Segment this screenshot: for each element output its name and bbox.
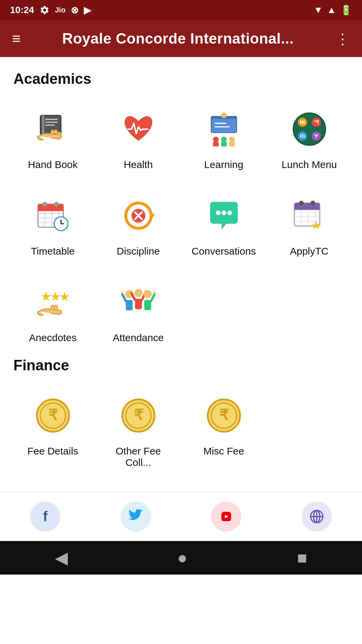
finance-grid: ₹ Fee Details ₹ Other Fee Coll... ₹	[13, 384, 349, 475]
app-bar: ≡ Royale Concorde International... ⋮	[0, 20, 362, 57]
timetable-icon	[31, 194, 75, 237]
twitter-button[interactable]	[121, 501, 151, 532]
svg-text:₹: ₹	[133, 407, 143, 423]
svg-point-39	[216, 211, 220, 215]
svg-point-64	[143, 290, 152, 298]
status-bar: 10:24 Jio ⊗ ▶ ▼ ▲ 🔋	[0, 0, 362, 20]
svg-line-59	[122, 294, 125, 301]
miscfee-item[interactable]: ₹ Misc Fee	[184, 384, 263, 475]
feedetails-item[interactable]: ₹ Fee Details	[13, 384, 92, 475]
timetable-label: Timetable	[31, 246, 75, 257]
twitter-icon	[128, 509, 143, 524]
svg-point-14	[229, 137, 235, 142]
svg-point-10	[213, 137, 219, 142]
battery-icon: 🔋	[340, 5, 352, 16]
anecdotes-item[interactable]: Anecdotes	[13, 270, 92, 350]
svg-marker-55	[51, 292, 60, 301]
learning-icon	[202, 107, 246, 151]
svg-line-66	[151, 294, 154, 301]
svg-marker-54	[41, 292, 51, 301]
svg-rect-15	[229, 142, 235, 147]
play-icon: ▶	[84, 5, 91, 16]
svg-marker-56	[60, 292, 69, 301]
learning-item[interactable]: Learning	[184, 97, 263, 177]
attendance-label: Attendance	[113, 332, 164, 343]
youtube-icon	[219, 509, 234, 524]
lunchmenu-label: Lunch Menu	[282, 159, 337, 170]
applytc-icon	[288, 194, 331, 237]
academics-section-title: Academics	[13, 70, 349, 87]
svg-point-41	[227, 211, 232, 215]
svg-rect-5	[211, 116, 237, 132]
handbook-item[interactable]: Hand Book	[13, 97, 92, 177]
svg-point-40	[222, 211, 226, 215]
svg-point-18	[311, 118, 321, 127]
svg-line-62	[131, 293, 135, 300]
lunchmenu-item[interactable]: Lunch Menu	[270, 97, 349, 177]
time-display: 10:24	[10, 5, 34, 15]
academics-grid-row1: Hand Book Health	[13, 97, 349, 177]
facebook-icon: f	[43, 508, 48, 525]
svg-point-25	[54, 202, 59, 207]
svg-rect-23	[38, 209, 63, 211]
learning-label: Learning	[204, 159, 243, 170]
wifi-icon: ▼	[314, 5, 323, 15]
feedetails-icon: ₹	[31, 394, 75, 437]
facebook-button[interactable]: f	[30, 501, 60, 532]
academics-grid-row3: Anecdotes	[13, 270, 349, 350]
svg-text:₹: ₹	[219, 407, 229, 423]
svg-point-12	[221, 137, 227, 142]
health-item[interactable]: Health	[99, 97, 178, 177]
back-button[interactable]: ◀	[55, 548, 68, 568]
handbook-label: Hand Book	[28, 159, 77, 170]
svg-point-9	[221, 112, 227, 118]
empty-slot-2	[270, 270, 349, 350]
feedetails-label: Fee Details	[27, 445, 78, 457]
miscfee-label: Misc Fee	[203, 445, 244, 457]
svg-point-45	[299, 201, 304, 205]
applytc-item[interactable]: ApplyTC	[270, 184, 349, 264]
lunchmenu-icon	[288, 107, 331, 151]
empty-finance-slot	[270, 384, 349, 475]
website-button[interactable]	[302, 501, 332, 532]
miscfee-icon: ₹	[202, 394, 246, 437]
svg-rect-1	[42, 115, 44, 135]
health-label: Health	[124, 159, 153, 170]
svg-point-24	[43, 202, 47, 207]
social-bar: f	[0, 492, 362, 541]
jm-icon: Jio	[55, 6, 66, 14]
svg-rect-11	[213, 142, 219, 147]
blocked-icon: ⊗	[71, 5, 78, 16]
svg-point-46	[310, 201, 315, 205]
academics-grid-row2: Timetable Discipline	[13, 184, 349, 264]
conversations-label: Conversations	[192, 246, 256, 257]
finance-section-title: Finance	[13, 357, 349, 374]
anecdotes-icon	[31, 280, 75, 324]
svg-text:₹: ₹	[48, 407, 58, 423]
otherfeecoll-label: Other Fee Coll...	[102, 445, 174, 468]
attendance-icon	[117, 280, 160, 324]
applytc-label: ApplyTC	[290, 246, 328, 257]
app-title: Royale Concorde International...	[62, 30, 294, 47]
menu-icon[interactable]: ≡	[12, 30, 21, 47]
svg-rect-44	[294, 208, 320, 210]
home-button[interactable]: ●	[177, 548, 187, 568]
website-icon	[309, 509, 324, 524]
svg-point-16	[293, 113, 325, 145]
recent-button[interactable]: ■	[297, 548, 307, 568]
timetable-item[interactable]: Timetable	[13, 184, 92, 264]
discipline-label: Discipline	[117, 246, 160, 257]
youtube-button[interactable]	[211, 501, 241, 532]
svg-rect-13	[221, 142, 227, 147]
empty-slot-1	[184, 270, 263, 350]
nav-bar: ◀ ● ■	[0, 541, 362, 575]
main-content: Academics	[0, 57, 362, 492]
otherfeecoll-icon: ₹	[117, 394, 160, 437]
conversations-item[interactable]: Conversations	[184, 184, 263, 264]
discipline-item[interactable]: Discipline	[99, 184, 178, 264]
more-options-icon[interactable]: ⋮	[335, 30, 350, 47]
otherfeecoll-item[interactable]: ₹ Other Fee Coll...	[99, 384, 178, 475]
health-icon	[117, 107, 160, 151]
attendance-item[interactable]: Attendance	[99, 270, 178, 350]
anecdotes-label: Anecdotes	[29, 332, 77, 343]
